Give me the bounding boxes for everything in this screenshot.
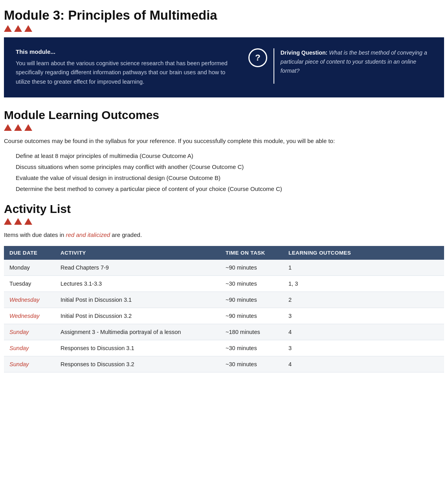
due-date-red: Sunday [9,361,29,367]
table-row: SundayResponses to Discussion 3.2~30 min… [4,356,444,372]
list-item: Evaluate the value of visual design in i… [16,173,444,183]
col-header-time: TIME ON TASK [220,246,283,260]
activity-intro-suffix: are graded. [110,231,142,238]
activity-intro-prefix: Items with due dates in [4,231,66,238]
triangle-icon [14,124,22,131]
col-header-outcomes: LEARNING OUTCOMES [283,246,444,260]
table-row: MondayRead Chapters 7-9~90 minutes1 [4,260,444,276]
cell-due-date: Wednesday [4,308,55,324]
due-date-red: Wednesday [9,297,40,303]
cell-time: ~90 minutes [220,260,283,276]
cell-outcomes: 1 [283,260,444,276]
driving-question-label: Driving Question: [281,50,328,56]
question-icon: ? [248,48,267,67]
cell-due-date: Sunday [4,356,55,372]
cell-outcomes: 4 [283,356,444,372]
list-item: Discuss situations when some principles … [16,162,444,172]
outcomes-triangle-row [4,124,444,131]
table-row: SundayAssignment 3 - Multimedia portraya… [4,324,444,340]
cell-activity: Initial Post in Discussion 3.2 [55,308,220,324]
cell-time: ~90 minutes [220,308,283,324]
triangle-icon [24,218,32,225]
triangle-icon [14,218,22,225]
cell-activity: Responses to Discussion 3.1 [55,340,220,356]
triangle-icon [14,25,22,32]
cell-outcomes: 4 [283,324,444,340]
due-date-red: Sunday [9,345,29,351]
list-item: Define at least 8 major principles of mu… [16,151,444,161]
module-intro-description: You will learn about the various cogniti… [16,59,237,86]
title-triangle-row [4,25,444,32]
triangle-icon [24,124,32,131]
module-intro-label: This module... [16,48,237,55]
activity-intro-red: red and italicized [66,231,110,238]
cell-due-date: Tuesday [4,275,55,292]
table-row: SundayResponses to Discussion 3.1~30 min… [4,340,444,356]
cell-outcomes: 3 [283,340,444,356]
cell-outcomes: 3 [283,308,444,324]
triangle-icon [4,124,12,131]
triangle-icon [24,25,32,32]
vertical-divider [274,48,274,84]
cell-activity: Assignment 3 - Multimedia portrayal of a… [55,324,220,340]
cell-activity: Lectures 3.1-3.3 [55,275,220,292]
col-header-due-date: DUE DATE [4,246,55,260]
triangle-icon [4,218,12,225]
cell-activity: Initial Post in Discussion 3.1 [55,292,220,308]
table-row: WednesdayInitial Post in Discussion 3.1~… [4,292,444,308]
col-header-activity: ACTIVITY [55,246,220,260]
cell-outcomes: 2 [283,292,444,308]
outcomes-list: Define at least 8 major principles of mu… [4,151,444,194]
list-item: Determine the best method to convey a pa… [16,184,444,194]
cell-time: ~180 minutes [220,324,283,340]
cell-activity: Read Chapters 7-9 [55,260,220,276]
cell-due-date: Monday [4,260,55,276]
activity-intro: Items with due dates in red and italiciz… [4,230,444,240]
due-date-red: Sunday [9,329,29,335]
driving-question: Driving Question: What is the best metho… [281,48,432,75]
outcomes-intro: Course outcomes may be found in the syll… [4,136,444,146]
module-intro-box: This module... You will learn about the … [4,37,444,97]
cell-due-date: Wednesday [4,292,55,308]
cell-outcomes: 1, 3 [283,275,444,292]
table-header-row: DUE DATE ACTIVITY TIME ON TASK LEARNING … [4,246,444,260]
cell-time: ~30 minutes [220,275,283,292]
table-row: TuesdayLectures 3.1-3.3~30 minutes1, 3 [4,275,444,292]
page-title: Module 3: Principles of Multimedia [4,8,444,23]
learning-outcomes-title: Module Learning Outcomes [4,108,444,122]
cell-due-date: Sunday [4,340,55,356]
cell-due-date: Sunday [4,324,55,340]
activity-table: DUE DATE ACTIVITY TIME ON TASK LEARNING … [4,246,444,372]
cell-time: ~30 minutes [220,340,283,356]
table-row: WednesdayInitial Post in Discussion 3.2~… [4,308,444,324]
cell-activity: Responses to Discussion 3.2 [55,356,220,372]
module-intro-left: This module... You will learn about the … [16,48,237,86]
cell-time: ~30 minutes [220,356,283,372]
triangle-icon [4,25,12,32]
activity-triangle-row [4,218,444,225]
due-date-red: Wednesday [9,313,40,319]
activity-list-title: Activity List [4,202,444,216]
module-intro-divider-area: ? Driving Question: What is the best met… [248,48,432,84]
cell-time: ~90 minutes [220,292,283,308]
